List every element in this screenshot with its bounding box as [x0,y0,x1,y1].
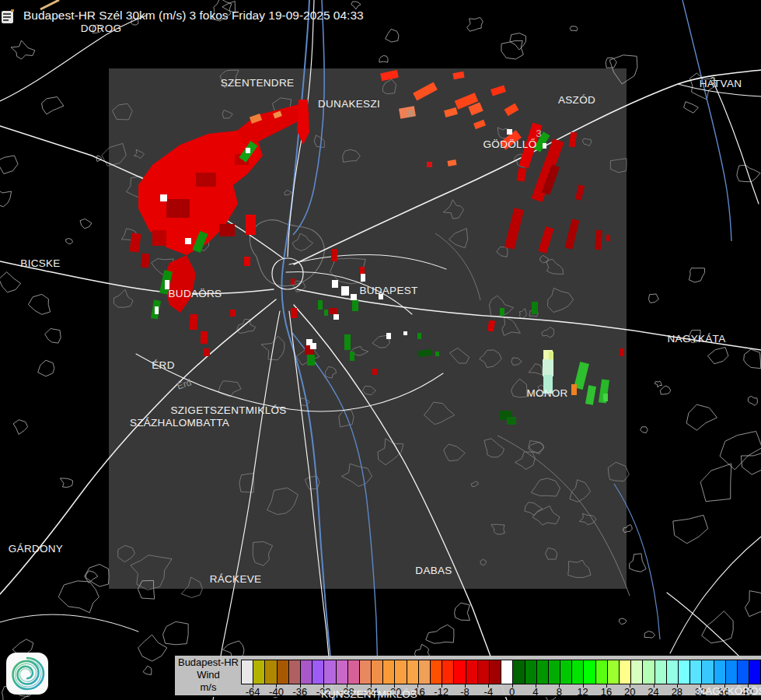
legend-color-cell [312,660,324,684]
radar-echo [435,352,439,356]
legend-tick-label: 8 [557,686,562,698]
radar-echo [351,294,357,300]
legend-tick-label: 12 [577,686,588,698]
legend-tick-label: 4 [532,686,538,698]
legend-tick-label: 28 [672,686,682,698]
legend-color-cell [395,660,407,684]
radar-echo [310,343,316,349]
legend-name-block: Budapest-HR Wind m/s [175,656,242,694]
legend-color-cell [749,660,760,684]
legend-color-cell [584,660,595,684]
radar-echo [331,249,337,261]
legend-color-bar [241,660,761,684]
radar-echo [344,334,351,350]
radar-echo [160,194,167,201]
legend-color-cell [372,660,383,684]
legend-color-cell [490,660,501,684]
radar-echo [403,331,407,335]
radar-echo [379,294,383,299]
legend-tick-label: -12 [434,686,449,698]
wind-color-legend: Budapest-HR Wind m/s -64-40-36-32-28-24-… [175,656,761,697]
radar-echo [543,375,553,394]
legend-tick-label: 20 [624,686,635,698]
radar-app-window: DOROGSZENTENDREDUNAKESZIASZÓDHATVANGÖDÖL… [0,0,761,700]
radar-echo [543,359,553,376]
legend-color-cell [478,660,490,684]
radar-echo [155,306,159,314]
radar-echo [230,310,236,317]
radar-echo [141,254,150,268]
radar-image-title: Budapest-HR Szél 30km (m/s) 3 fokos Frid… [23,9,364,23]
radar-echo [329,308,337,314]
radar-echo [427,162,432,167]
legend-color-cell [324,660,336,684]
radar-echo [620,348,624,356]
radar-echo [244,257,250,266]
legend-color-cell [596,660,608,684]
radar-echo [189,314,197,331]
legend-color-cell [714,660,726,684]
legend-color-cell [513,660,525,684]
radar-echo [165,280,169,289]
legend-color-cell [572,660,584,684]
city-label: NAGYKŐRÖS [697,685,761,697]
radar-echo [507,417,516,425]
legend-tick-label: -64 [246,686,260,698]
legend-color-cell [265,660,277,684]
radar-echo [332,280,338,288]
city-label: KUNSZENTMIKLÓS [321,688,417,700]
legend-quantity-label: Wind [175,669,242,681]
radar-echo [333,314,339,320]
radar-echo [352,300,358,311]
legend-color-cell [242,660,253,684]
radar-echo [201,331,208,344]
radar-echo [291,308,297,318]
legend-color-cell [289,660,301,684]
legend-color-cell [419,660,431,684]
window-corner-icon [2,9,17,25]
legend-tick-label: -8 [460,686,470,698]
legend-color-cell [690,660,702,684]
legend-color-cell [454,660,466,684]
radar-echo [407,110,414,117]
radar-echo [341,286,349,296]
legend-color-cell [679,660,690,684]
radar-echo [166,199,190,218]
legend-color-cell [631,660,643,684]
radar-echo [386,333,391,339]
legend-color-cell [608,660,620,684]
legend-color-cell [560,660,572,684]
legend-color-cell [655,660,667,684]
radar-echo [603,394,608,401]
legend-color-cell [726,660,738,684]
radar-echo [606,235,610,241]
radar-echo [361,274,365,282]
radar-echo [549,352,553,359]
hungaromet-logo [6,653,48,695]
legend-tick-scale: -64-40-36-32-28-24-20-16-12-8-4048121620… [241,684,759,697]
legend-color-cell [431,660,442,684]
legend-color-cell [466,660,478,684]
spiral-logo-icon [6,653,48,695]
radar-echo [571,384,577,395]
legend-tick-label: 24 [648,686,658,698]
legend-color-cell [501,660,513,684]
radar-echo [185,238,191,244]
radar-echo [246,215,256,235]
radar-echo [500,308,504,316]
legend-color-cell [337,660,348,684]
legend-color-cell [383,660,395,684]
legend-color-cell [702,660,714,684]
legend-color-cell [643,660,655,684]
legend-color-cell [620,660,631,684]
radar-echo [219,224,235,236]
radar-echo [350,352,354,361]
legend-color-cell [549,660,560,684]
radar-echo [543,143,546,149]
legend-tick-label: -40 [269,686,284,698]
radar-echo [507,129,512,135]
radar-echo [196,173,216,187]
legend-tick-label: -36 [292,686,307,698]
legend-units-label: m/s [175,681,242,694]
radar-echo [360,267,365,275]
